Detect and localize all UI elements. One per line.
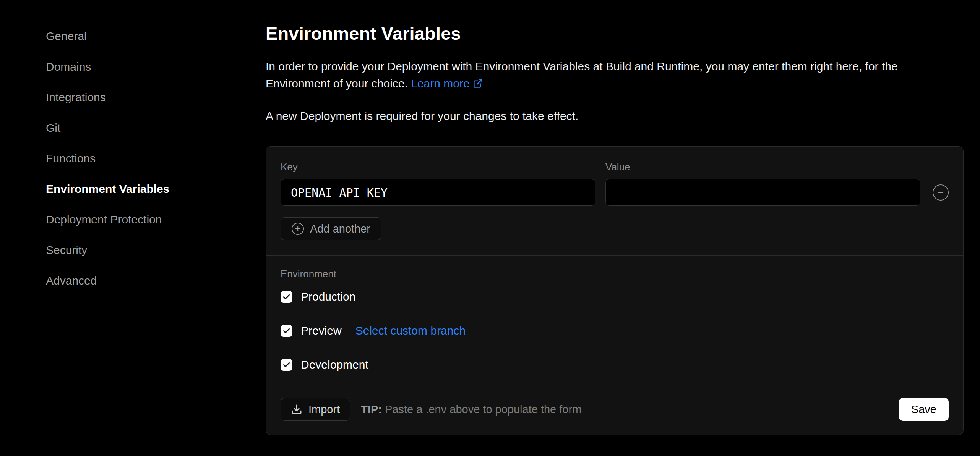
- tip-body: Paste a .env above to populate the form: [382, 403, 581, 416]
- import-button[interactable]: Import: [281, 398, 350, 421]
- sidebar-item-environment-variables[interactable]: Environment Variables: [46, 174, 222, 204]
- sidebar-item-general[interactable]: General: [46, 21, 222, 52]
- sidebar-item-functions[interactable]: Functions: [46, 143, 222, 174]
- page-title: Environment Variables: [266, 23, 964, 44]
- card-footer: Import TIP: Paste a .env above to popula…: [266, 387, 963, 435]
- environment-section: Environment Production Preview Select cu…: [266, 256, 963, 387]
- environment-label: Environment: [266, 268, 963, 280]
- env-row-development: Development: [266, 348, 963, 382]
- env-row-production: Production: [266, 280, 963, 314]
- development-label: Development: [301, 358, 368, 371]
- add-another-button[interactable]: + Add another: [281, 217, 381, 240]
- env-row-preview: Preview Select custom branch: [266, 314, 963, 348]
- learn-more-label: Learn more: [411, 77, 469, 90]
- minus-icon: −: [938, 187, 944, 198]
- production-label: Production: [301, 290, 355, 303]
- redeploy-note: A new Deployment is required for your ch…: [266, 110, 964, 123]
- environment-variables-panel: Environment Variables In order to provid…: [266, 23, 964, 435]
- value-label: Value: [605, 161, 920, 173]
- key-field-column: Key: [281, 161, 595, 206]
- tip-text: TIP: Paste a .env above to populate the …: [361, 403, 581, 416]
- check-icon: [282, 361, 290, 369]
- external-link-icon: [473, 78, 483, 89]
- check-icon: [282, 293, 290, 301]
- plus-icon: +: [292, 223, 304, 235]
- sidebar-item-advanced[interactable]: Advanced: [46, 265, 222, 296]
- sidebar-item-git[interactable]: Git: [46, 113, 222, 143]
- sidebar-item-security[interactable]: Security: [46, 235, 222, 265]
- page-description: In order to provide your Deployment with…: [266, 58, 964, 92]
- download-icon: [291, 404, 302, 415]
- add-another-label: Add another: [310, 223, 370, 235]
- key-input[interactable]: [281, 179, 595, 206]
- remove-row-column: −: [920, 179, 949, 206]
- sidebar-item-domains[interactable]: Domains: [46, 52, 222, 82]
- remove-row-button[interactable]: −: [933, 184, 949, 201]
- production-checkbox[interactable]: [281, 291, 292, 303]
- preview-checkbox[interactable]: [281, 325, 292, 337]
- check-icon: [282, 327, 290, 335]
- settings-sidebar: General Domains Integrations Git Functio…: [46, 21, 222, 296]
- select-custom-branch-link[interactable]: Select custom branch: [355, 324, 466, 337]
- sidebar-item-deployment-protection[interactable]: Deployment Protection: [46, 204, 222, 235]
- description-text: In order to provide your Deployment with…: [266, 60, 898, 90]
- preview-label: Preview: [301, 324, 342, 337]
- import-label: Import: [308, 403, 340, 416]
- learn-more-link[interactable]: Learn more: [411, 77, 483, 90]
- key-value-section: Key Value − + Add another: [266, 147, 963, 255]
- value-field-column: Value: [605, 161, 920, 206]
- tip-prefix: TIP:: [361, 403, 382, 416]
- env-vars-card: Key Value − + Add another Environment: [266, 146, 964, 435]
- development-checkbox[interactable]: [281, 359, 292, 371]
- save-button[interactable]: Save: [899, 398, 949, 421]
- sidebar-item-integrations[interactable]: Integrations: [46, 82, 222, 113]
- key-label: Key: [281, 161, 595, 173]
- value-input[interactable]: [605, 179, 920, 206]
